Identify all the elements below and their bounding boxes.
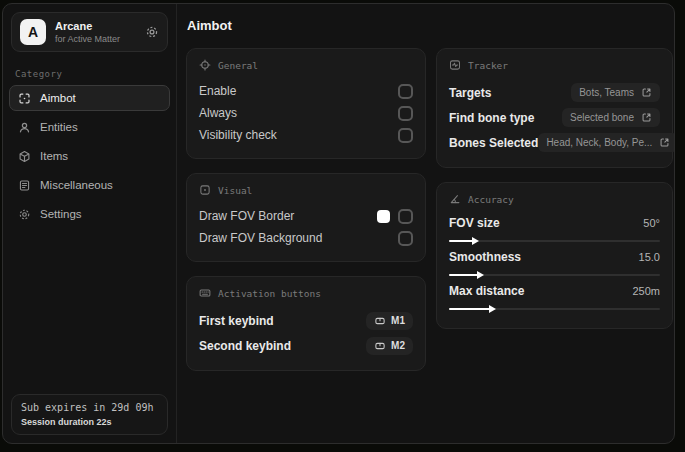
sidebar-item-settings[interactable]: Settings: [9, 201, 170, 227]
tracker-panel-header: Tracker: [449, 59, 660, 71]
visibility-check-checkbox[interactable]: [398, 128, 413, 143]
keybind-value: M1: [391, 315, 405, 326]
setting-row-targets: Targets Bots, Teams: [449, 80, 660, 105]
session-duration-text: Session duration 22s: [21, 417, 158, 427]
app-title: Arcane: [55, 20, 120, 32]
setting-label: Enable: [199, 84, 236, 98]
setting-label: Second keybind: [199, 339, 291, 353]
dropdown-value: Head, Neck, Body, Pe...: [546, 137, 652, 148]
sub-expires-text: Sub expires in 29d 09h: [21, 402, 158, 413]
setting-label: Smoothness: [449, 250, 521, 264]
draw-fov-border-checkbox[interactable]: [398, 209, 413, 224]
sidebar-item-entities[interactable]: Entities: [9, 114, 170, 140]
slider-value: 50°: [643, 217, 660, 229]
notes-icon: [18, 179, 31, 192]
visual-panel: Visual Draw FOV Border Draw FOV Backgrou…: [186, 173, 426, 262]
second-keybind-button[interactable]: M2: [366, 337, 413, 355]
panel-title: General: [218, 60, 258, 71]
slider-fill: [449, 240, 474, 242]
page-title: Aimbot: [187, 18, 673, 33]
sidebar-header: A Arcane for Active Matter: [11, 12, 168, 52]
expand-icon: [641, 87, 652, 98]
fov-size-slider-group: FOV size 50°: [449, 214, 660, 242]
sidebar-item-aimbot[interactable]: Aimbot: [9, 85, 170, 111]
setting-row-enable: Enable: [199, 80, 413, 102]
main-content: Aimbot General Enable: [177, 4, 675, 443]
sidebar-nav: Aimbot Entities Items: [3, 85, 176, 230]
dropdown-value: Bots, Teams: [579, 87, 634, 98]
keybind-value: M2: [391, 340, 405, 351]
setting-label: FOV size: [449, 216, 500, 230]
sidebar-item-label: Entities: [40, 121, 78, 133]
angle-icon: [449, 193, 461, 205]
max-distance-slider-group: Max distance 250m: [449, 282, 660, 310]
cube-icon: [18, 150, 31, 163]
subscription-info: Sub expires in 29d 09h Session duration …: [11, 394, 168, 435]
always-checkbox[interactable]: [398, 106, 413, 121]
slider-value: 250m: [632, 285, 660, 297]
setting-row-bones-selected: Bones Selected Head, Neck, Body, Pe...: [449, 130, 660, 155]
smoothness-slider[interactable]: [449, 274, 660, 276]
brand-block: Arcane for Active Matter: [55, 20, 120, 44]
expand-icon: [641, 112, 652, 123]
bones-selected-dropdown[interactable]: Head, Neck, Body, Pe...: [538, 133, 675, 152]
setting-label: Always: [199, 106, 237, 120]
setting-label: Visibility check: [199, 128, 277, 142]
setting-label: First keybind: [199, 314, 274, 328]
crosshair-icon: [199, 59, 211, 71]
setting-label: Find bone type: [449, 111, 534, 125]
left-column: General Enable Always Visibility check: [186, 48, 426, 371]
sidebar-item-items[interactable]: Items: [9, 143, 170, 169]
visual-panel-header: Visual: [199, 184, 413, 196]
setting-label: Bones Selected: [449, 136, 538, 150]
scan-icon: [18, 92, 31, 105]
setting-label: Draw FOV Border: [199, 209, 294, 223]
smoothness-slider-group: Smoothness 15.0: [449, 248, 660, 276]
sidebar: A Arcane for Active Matter Category: [3, 4, 177, 443]
accuracy-panel: Accuracy FOV size 50°: [436, 182, 673, 329]
sidebar-item-label: Aimbot: [40, 92, 76, 104]
slider-thumb[interactable]: [489, 305, 496, 313]
fov-size-slider[interactable]: [449, 240, 660, 242]
setting-row-find-bone-type: Find bone type Selected bone: [449, 105, 660, 130]
gear-icon[interactable]: [145, 25, 159, 39]
slider-thumb[interactable]: [477, 271, 484, 279]
find-bone-type-dropdown[interactable]: Selected bone: [562, 108, 660, 127]
draw-fov-background-checkbox[interactable]: [398, 231, 413, 246]
person-icon: [18, 121, 31, 134]
frame-icon: [199, 184, 211, 196]
slider-fill: [449, 274, 479, 276]
app-window: A Arcane for Active Matter Category: [2, 3, 675, 444]
expand-icon: [659, 137, 670, 148]
setting-label: Max distance: [449, 284, 524, 298]
category-label: Category: [15, 69, 164, 79]
setting-label: Targets: [449, 86, 491, 100]
activation-panel: Activation buttons First keybind M1: [186, 276, 426, 371]
slider-thumb[interactable]: [472, 237, 479, 245]
enable-checkbox[interactable]: [398, 84, 413, 99]
panel-title: Accuracy: [468, 194, 514, 205]
sidebar-item-label: Miscellaneous: [40, 179, 113, 191]
setting-row-second-keybind: Second keybind M2: [199, 333, 413, 358]
setting-row-visibility-check: Visibility check: [199, 124, 413, 146]
accuracy-panel-header: Accuracy: [449, 193, 660, 205]
setting-label: Draw FOV Background: [199, 231, 322, 245]
targets-dropdown[interactable]: Bots, Teams: [571, 83, 660, 102]
dropdown-value: Selected bone: [570, 112, 634, 123]
pulse-icon: [449, 59, 461, 71]
mouse-icon: [374, 315, 386, 327]
keyboard-icon: [199, 287, 211, 299]
mouse-icon: [374, 340, 386, 352]
first-keybind-button[interactable]: M1: [366, 312, 413, 330]
panel-title: Activation buttons: [218, 288, 321, 299]
setting-row-first-keybind: First keybind M1: [199, 308, 413, 333]
setting-row-draw-fov-border: Draw FOV Border: [199, 205, 413, 227]
fov-border-color-swatch[interactable]: [377, 210, 390, 223]
panel-title: Visual: [218, 185, 252, 196]
app-logo: A: [20, 19, 46, 45]
gear-icon: [18, 208, 31, 221]
sidebar-item-label: Items: [40, 150, 68, 162]
sidebar-item-miscellaneous[interactable]: Miscellaneous: [9, 172, 170, 198]
max-distance-slider[interactable]: [449, 308, 660, 310]
activation-panel-header: Activation buttons: [199, 287, 413, 299]
